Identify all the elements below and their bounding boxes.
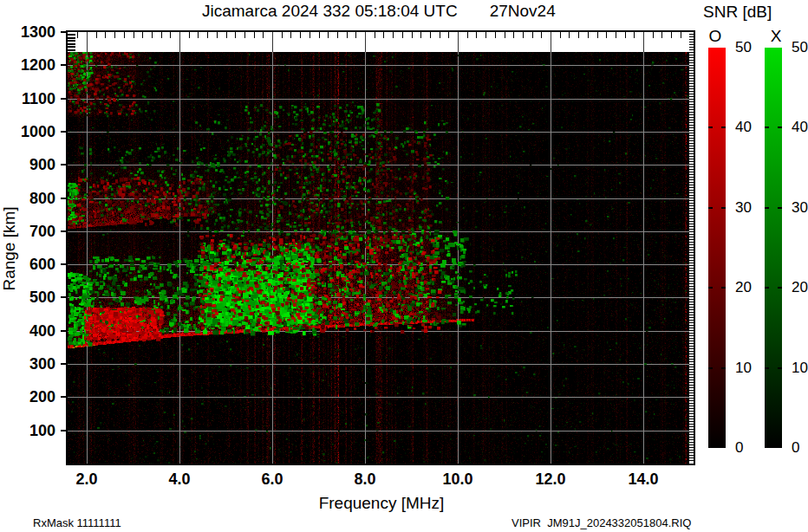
colorbar-tick-label: 20	[735, 280, 761, 295]
right-comb-tick	[689, 286, 694, 287]
x-minor-tick	[440, 32, 440, 38]
x-minor-tick	[328, 32, 329, 38]
x-minor-tick	[523, 32, 524, 38]
right-comb-tick	[689, 444, 694, 445]
x-minor-tick	[569, 32, 570, 38]
right-comb-tick	[689, 348, 694, 349]
right-comb-tick	[689, 439, 694, 440]
rx-mask-footer: RxMask 11111111	[33, 516, 121, 529]
x-minor-tick	[485, 32, 486, 38]
right-comb-tick	[689, 270, 694, 271]
right-comb-tick	[689, 81, 694, 81]
right-comb-tick	[689, 166, 694, 167]
right-comb-tick	[689, 312, 694, 313]
right-comb-tick	[689, 164, 694, 165]
x-major-tick	[551, 32, 551, 52]
right-comb-tick	[689, 247, 694, 248]
right-comb-tick	[689, 328, 694, 328]
right-comb-tick	[689, 169, 694, 170]
x-minor-tick	[263, 32, 264, 38]
right-comb-tick	[689, 159, 694, 159]
right-comb-tick	[689, 78, 694, 79]
x-minor-tick	[124, 32, 125, 38]
right-comb-tick	[689, 291, 694, 292]
right-comb-tick	[689, 369, 694, 370]
top-axis-strip	[68, 32, 689, 52]
right-comb-tick	[689, 364, 694, 365]
right-comb-tick	[689, 244, 694, 245]
left-comb-tick	[68, 40, 75, 42]
right-comb-tick	[689, 421, 694, 422]
right-comb-tick	[689, 44, 694, 45]
right-comb-tick	[689, 273, 694, 274]
x-mode-colorbar	[765, 48, 782, 448]
right-comb-tick	[689, 109, 694, 110]
left-comb-tick	[68, 49, 75, 51]
x-minor-tick	[467, 32, 468, 38]
colorbar-dash	[765, 287, 769, 289]
right-comb-tick	[689, 416, 694, 417]
right-comb-tick	[689, 338, 694, 339]
y-tick-label: 900	[12, 156, 55, 173]
x-minor-tick	[207, 32, 208, 38]
right-comb-tick	[689, 361, 694, 362]
right-comb-tick	[689, 151, 694, 152]
x-minor-tick	[226, 32, 227, 38]
right-comb-tick	[689, 315, 694, 315]
plot-area	[66, 30, 695, 465]
x-minor-tick	[355, 32, 356, 38]
right-comb-tick	[689, 302, 694, 302]
y-tick-mark	[61, 396, 68, 398]
x-minor-tick	[448, 32, 449, 38]
right-comb-tick	[689, 73, 694, 74]
right-comb-tick	[689, 343, 694, 344]
right-comb-tick	[689, 447, 694, 448]
right-comb-tick	[689, 120, 694, 120]
right-comb-tick	[689, 333, 694, 334]
right-comb-tick	[689, 452, 694, 453]
colorbar-dash	[708, 127, 713, 128]
y-tick-label: 500	[12, 289, 55, 306]
x-minor-tick	[105, 32, 106, 38]
right-comb-tick	[689, 226, 694, 227]
colorbar-dash	[765, 367, 769, 369]
y-tick-label: 400	[12, 322, 55, 340]
y-tick-mark	[61, 131, 68, 133]
right-comb-tick	[689, 260, 694, 261]
right-comb-tick	[689, 57, 694, 58]
right-comb-tick	[689, 36, 694, 37]
x-minor-tick	[77, 32, 78, 38]
y-tick-mark	[61, 230, 68, 232]
right-comb-tick	[689, 107, 694, 107]
x-minor-tick	[170, 32, 171, 38]
right-comb-tick	[689, 278, 694, 279]
right-comb-tick	[689, 140, 694, 141]
y-tick-label: 700	[12, 223, 55, 240]
right-comb-tick	[689, 234, 694, 235]
right-comb-tick	[689, 330, 694, 331]
x-minor-tick	[337, 32, 338, 38]
right-comb-tick	[689, 346, 694, 347]
x-minor-tick	[495, 32, 496, 38]
right-comb-tick	[689, 101, 694, 102]
x-minor-tick	[578, 32, 579, 38]
x-major-tick	[87, 32, 88, 52]
right-comb-tick	[689, 146, 694, 146]
right-comb-tick	[689, 218, 694, 219]
x-minor-tick	[217, 32, 218, 38]
right-comb-tick	[689, 221, 694, 222]
right-comb-tick	[689, 182, 694, 183]
right-comb-tick	[689, 374, 694, 375]
x-minor-tick	[142, 32, 143, 38]
right-comb-tick	[689, 431, 694, 432]
right-comb-tick	[689, 335, 694, 336]
y-tick-mark	[61, 330, 68, 332]
x-minor-tick	[152, 32, 153, 38]
x-tick-label: 4.0	[152, 470, 207, 488]
right-comb-tick	[689, 367, 694, 367]
x-minor-tick	[114, 32, 115, 38]
x-minor-tick	[290, 32, 291, 38]
right-comb-tick	[689, 359, 694, 360]
colorbar-dash	[778, 207, 782, 209]
right-comb-tick	[689, 450, 694, 451]
